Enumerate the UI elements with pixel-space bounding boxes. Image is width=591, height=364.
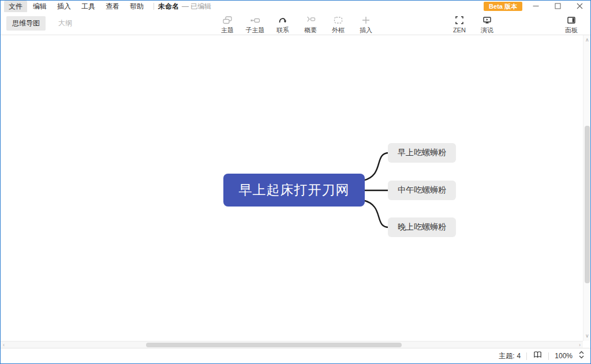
boundary-label: 外框 (332, 27, 345, 33)
subtopic-label: 子主题 (246, 27, 265, 33)
pitch-button[interactable]: 演说 (473, 12, 501, 35)
subtopic-icon (250, 15, 260, 25)
topic-tools-group: 主题 子主题 联系 (214, 12, 380, 35)
topic-button[interactable]: 主题 (214, 12, 241, 35)
insert-label: 插入 (360, 27, 372, 33)
horizontal-scrollbar[interactable]: ‹ › (1, 341, 583, 348)
menu-help[interactable]: 帮助 (125, 1, 148, 13)
beta-badge: Beta 版本 (484, 2, 522, 11)
panel-label: 面板 (565, 27, 578, 33)
minimize-icon (533, 1, 539, 12)
close-icon (577, 1, 583, 12)
statusbar-divider (526, 352, 527, 360)
tab-mindmap[interactable]: 思维导图 (6, 16, 46, 31)
mindmap-canvas[interactable]: 早上起床打开刀网 早上吃螺蛳粉 中午吃螺蛳粉 晚上吃螺蛳粉 ∧ ∨ ‹ › (1, 35, 590, 348)
boundary-button[interactable]: 外框 (324, 12, 352, 35)
tab-outline[interactable]: 大纲 (53, 16, 78, 31)
root-topic-node[interactable]: 早上起床打开刀网 (223, 174, 365, 207)
topic-count-label: 主题: (499, 351, 514, 361)
pitch-label: 演说 (481, 27, 493, 33)
map-overview-button[interactable] (533, 350, 543, 362)
minimize-button[interactable] (525, 1, 547, 12)
subtopic-button[interactable]: 子主题 (241, 12, 269, 35)
document-title: 未命名 (158, 2, 179, 12)
menu-edit[interactable]: 编辑 (28, 1, 51, 13)
maximize-icon (555, 1, 561, 12)
zoom-stepper-icon (578, 350, 585, 362)
map-overview-icon (533, 350, 543, 362)
document-edit-state: — 已编辑 (182, 2, 211, 12)
topic-icon (222, 15, 233, 25)
menu-view[interactable]: 查看 (101, 1, 124, 13)
insert-button[interactable]: 插入 (352, 12, 380, 35)
panel-tools-group: 面板 (558, 12, 585, 35)
status-bar: 主题: 4 100% (1, 348, 590, 363)
menu-tools[interactable]: 工具 (77, 1, 100, 13)
summary-label: 概要 (304, 27, 317, 33)
zen-mode-button[interactable]: ZEN (446, 12, 473, 35)
toolbar: 思维导图 大纲 主题 子主题 (1, 12, 590, 35)
panel-icon (566, 15, 577, 25)
summary-icon (305, 15, 316, 25)
child-topic-node-2[interactable]: 中午吃螺蛳粉 (388, 181, 456, 200)
zoom-stepper[interactable] (578, 350, 585, 362)
mode-tools-group: ZEN 演说 (446, 12, 501, 35)
insert-icon (361, 15, 371, 25)
scroll-left-arrow-icon[interactable]: ‹ (3, 343, 5, 348)
menubar-divider (154, 3, 154, 10)
maximize-button[interactable] (547, 1, 568, 12)
child-topic-node-3[interactable]: 晚上吃螺蛳粉 (388, 217, 456, 237)
zen-mode-icon (454, 15, 465, 25)
close-button[interactable] (568, 1, 590, 12)
menu-file[interactable]: 文件 (4, 1, 27, 13)
scroll-down-arrow-icon[interactable]: ∨ (585, 333, 589, 339)
topic-label: 主题 (221, 27, 234, 33)
scroll-right-arrow-icon[interactable]: › (579, 343, 581, 348)
menu-bar: 文件 编辑 插入 工具 查看 帮助 未命名 — 已编辑 Beta 版本 (1, 1, 590, 12)
child-topic-node-1[interactable]: 早上吃螺蛳粉 (388, 143, 456, 163)
panel-button[interactable]: 面板 (558, 12, 585, 35)
vertical-scrollbar-thumb[interactable] (585, 126, 590, 283)
relationship-label: 联系 (276, 27, 289, 33)
relationship-icon (278, 15, 288, 25)
boundary-icon (333, 15, 343, 25)
zen-mode-label: ZEN (453, 27, 466, 33)
vertical-scrollbar[interactable]: ∧ ∨ (583, 35, 590, 341)
app-window: 文件 编辑 插入 工具 查看 帮助 未命名 — 已编辑 Beta 版本 (0, 0, 591, 364)
summary-button[interactable]: 概要 (297, 12, 324, 35)
relationship-button[interactable]: 联系 (269, 12, 297, 35)
view-tabs: 思维导图 大纲 (6, 12, 78, 35)
topic-count-value: 4 (517, 352, 521, 360)
menu-insert[interactable]: 插入 (53, 1, 76, 13)
horizontal-scrollbar-thumb[interactable] (146, 343, 402, 347)
zoom-level-value: 100% (555, 352, 573, 360)
statusbar-divider (548, 352, 549, 360)
scroll-up-arrow-icon[interactable]: ∧ (585, 37, 589, 43)
pitch-icon (482, 15, 492, 25)
